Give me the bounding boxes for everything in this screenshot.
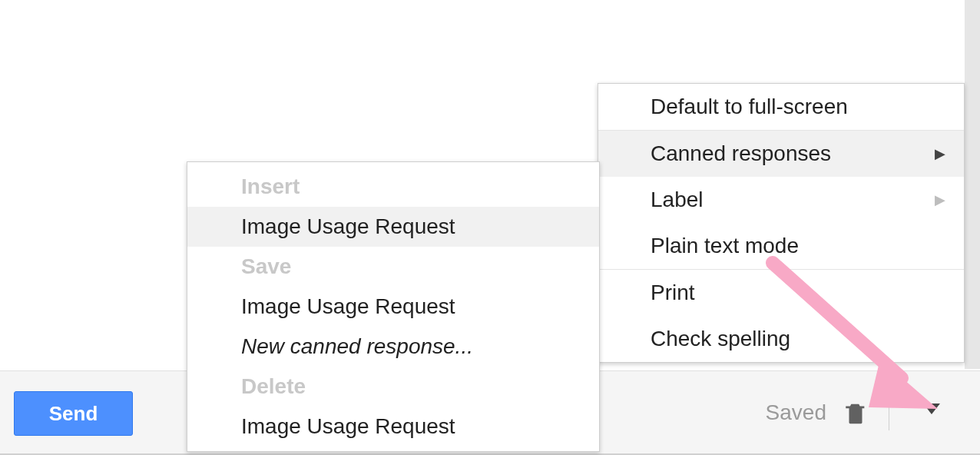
canned-responses-submenu: Insert Image Usage Request Save Image Us… <box>187 161 600 452</box>
saved-status: Saved <box>766 400 826 425</box>
submenu-item-save-template[interactable]: Image Usage Request <box>187 287 599 327</box>
menu-item-check-spelling[interactable]: Check spelling <box>598 316 964 362</box>
menu-section: Print Check spelling <box>598 269 964 362</box>
submenu-header-save: Save <box>187 247 599 287</box>
menu-item-label: Canned responses <box>651 141 831 165</box>
submenu-header-insert: Insert <box>187 167 599 207</box>
menu-item-canned-responses[interactable]: Canned responses ▶ <box>598 131 964 177</box>
menu-item-label: Default to full-screen <box>651 95 848 118</box>
menu-item-plain-text[interactable]: Plain text mode <box>598 223 964 269</box>
trash-icon[interactable] <box>843 396 869 430</box>
submenu-item-new-canned-response[interactable]: New canned response... <box>187 327 599 367</box>
more-options-menu: Default to full-screen Canned responses … <box>598 83 965 363</box>
chevron-right-icon: ▶ <box>935 191 945 208</box>
menu-item-label[interactable]: Label ▶ <box>598 177 964 223</box>
menu-item-fullscreen[interactable]: Default to full-screen <box>598 84 964 130</box>
menu-item-label: Print <box>651 281 695 304</box>
submenu-header-delete: Delete <box>187 367 599 407</box>
submenu-item-delete-template[interactable]: Image Usage Request <box>187 407 599 447</box>
send-button[interactable]: Send <box>14 391 133 436</box>
more-options-dropdown[interactable] <box>923 404 940 414</box>
menu-item-print[interactable]: Print <box>598 270 964 316</box>
submenu-item-insert-template[interactable]: Image Usage Request <box>187 207 599 247</box>
menu-section: Default to full-screen <box>598 84 964 130</box>
menu-item-label: Label <box>651 188 704 211</box>
menu-item-label: Check spelling <box>651 327 790 350</box>
toolbar-divider <box>889 388 889 430</box>
chevron-right-icon: ▶ <box>935 145 945 162</box>
menu-item-label: Plain text mode <box>651 234 799 257</box>
svg-marker-0 <box>923 404 940 414</box>
menu-section: Canned responses ▶ Label ▶ Plain text mo… <box>598 130 964 269</box>
